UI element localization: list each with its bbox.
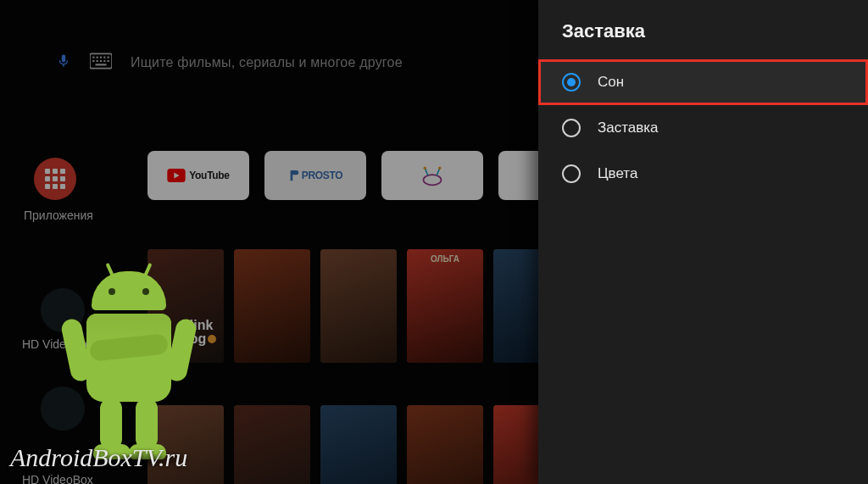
svg-rect-1: [92, 57, 94, 58]
svg-rect-11: [96, 64, 107, 65]
tile-prosto[interactable]: PROSTO: [264, 151, 366, 200]
svg-rect-4: [103, 57, 105, 58]
tile-youtube[interactable]: YouTube: [147, 151, 249, 200]
svg-rect-6: [92, 60, 94, 62]
content-thumb[interactable]: [407, 405, 483, 484]
option-colors[interactable]: Цвета: [538, 151, 868, 197]
option-screensaver[interactable]: Заставка: [538, 105, 868, 151]
radio-icon: [562, 73, 581, 92]
radio-icon: [562, 119, 581, 137]
thumb-title: ОЛЬГА: [412, 254, 478, 264]
radio-icon: [562, 164, 581, 183]
youtube-label: YouTube: [189, 170, 229, 181]
android-mascot: [61, 271, 197, 466]
apps-label: Приложения: [24, 209, 93, 222]
side-label-hd2: HD VideoBox: [22, 473, 93, 484]
svg-rect-9: [103, 60, 105, 62]
option-list: Сон Заставка Цвета: [538, 59, 868, 197]
option-label: Цвета: [598, 165, 637, 182]
tile-power[interactable]: [498, 151, 538, 200]
svg-point-13: [424, 175, 442, 185]
watermark: AndroidBoxTV.ru: [10, 443, 187, 472]
svg-rect-10: [108, 60, 109, 62]
option-label: Заставка: [598, 120, 659, 136]
search-placeholder: Ищите фильмы, сериалы и многое другое: [131, 55, 403, 70]
svg-rect-7: [97, 60, 98, 62]
tv-antenna-icon: [420, 164, 444, 187]
tile-tvapp[interactable]: [381, 151, 483, 200]
svg-point-15: [438, 167, 442, 170]
svg-rect-5: [108, 57, 109, 58]
content-thumb[interactable]: [234, 249, 310, 363]
mic-icon[interactable]: [56, 53, 71, 72]
screensaver-panel: Заставка Сон Заставка Цвета: [538, 0, 868, 484]
content-thumb[interactable]: [493, 249, 538, 363]
content-row-2: [147, 405, 538, 484]
app-tiles-row: YouTube PROSTO: [147, 151, 538, 200]
option-label: Сон: [598, 74, 624, 91]
content-thumb[interactable]: ОЛЬГА: [407, 249, 483, 363]
prosto-label: PROSTO: [302, 170, 343, 181]
option-sleep[interactable]: Сон: [538, 59, 868, 105]
apps-icon[interactable]: [34, 158, 76, 200]
svg-rect-3: [100, 57, 102, 58]
apps-grid-icon: [45, 169, 65, 189]
youtube-icon: [167, 169, 186, 182]
content-thumb[interactable]: [320, 249, 397, 363]
screen: Ищите фильмы, сериалы и многое другое Пр…: [0, 0, 868, 484]
dog-dot-icon: [208, 335, 216, 343]
prosto-icon: [288, 170, 300, 181]
svg-rect-2: [97, 57, 98, 58]
content-thumb[interactable]: [234, 405, 310, 484]
svg-rect-8: [100, 60, 102, 62]
panel-title: Заставка: [538, 0, 868, 59]
content-thumb[interactable]: [493, 405, 538, 484]
search-row[interactable]: Ищите фильмы, сериалы и многое другое: [56, 53, 403, 73]
svg-point-14: [424, 167, 427, 170]
content-thumb[interactable]: [320, 405, 397, 484]
keyboard-icon[interactable]: [90, 53, 112, 73]
